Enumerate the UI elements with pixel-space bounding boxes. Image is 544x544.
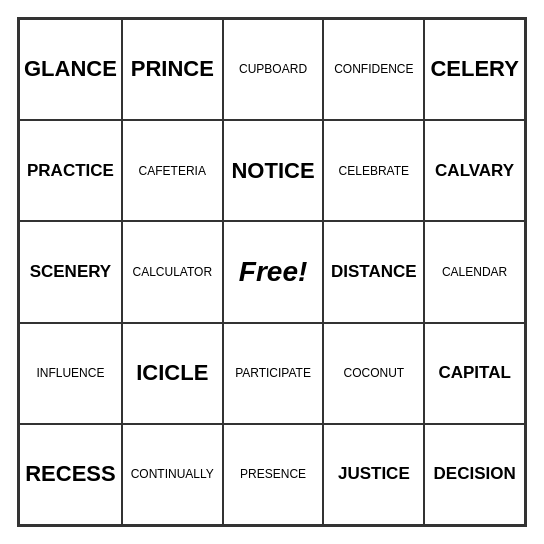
bingo-cell: JUSTICE: [323, 424, 424, 525]
bingo-cell: PARTICIPATE: [223, 323, 324, 424]
bingo-cell: CUPBOARD: [223, 19, 324, 120]
bingo-cell: NOTICE: [223, 120, 324, 221]
bingo-cell: CAFETERIA: [122, 120, 223, 221]
bingo-cell: CAPITAL: [424, 323, 525, 424]
bingo-cell: COCONUT: [323, 323, 424, 424]
bingo-cell: CELEBRATE: [323, 120, 424, 221]
bingo-cell: PRINCE: [122, 19, 223, 120]
bingo-cell: CELERY: [424, 19, 525, 120]
bingo-cell: RECESS: [19, 424, 122, 525]
bingo-cell: CONTINUALLY: [122, 424, 223, 525]
bingo-cell: CALCULATOR: [122, 221, 223, 322]
bingo-cell: CONFIDENCE: [323, 19, 424, 120]
bingo-cell: INFLUENCE: [19, 323, 122, 424]
bingo-cell: ICICLE: [122, 323, 223, 424]
bingo-cell: PRACTICE: [19, 120, 122, 221]
bingo-cell: GLANCE: [19, 19, 122, 120]
bingo-cell: SCENERY: [19, 221, 122, 322]
bingo-cell: PRESENCE: [223, 424, 324, 525]
bingo-cell: DISTANCE: [323, 221, 424, 322]
bingo-card: GLANCEPRINCECUPBOARDCONFIDENCECELERYPRAC…: [17, 17, 527, 527]
bingo-cell: CALENDAR: [424, 221, 525, 322]
bingo-cell: DECISION: [424, 424, 525, 525]
bingo-cell: Free!: [223, 221, 324, 322]
bingo-cell: CALVARY: [424, 120, 525, 221]
